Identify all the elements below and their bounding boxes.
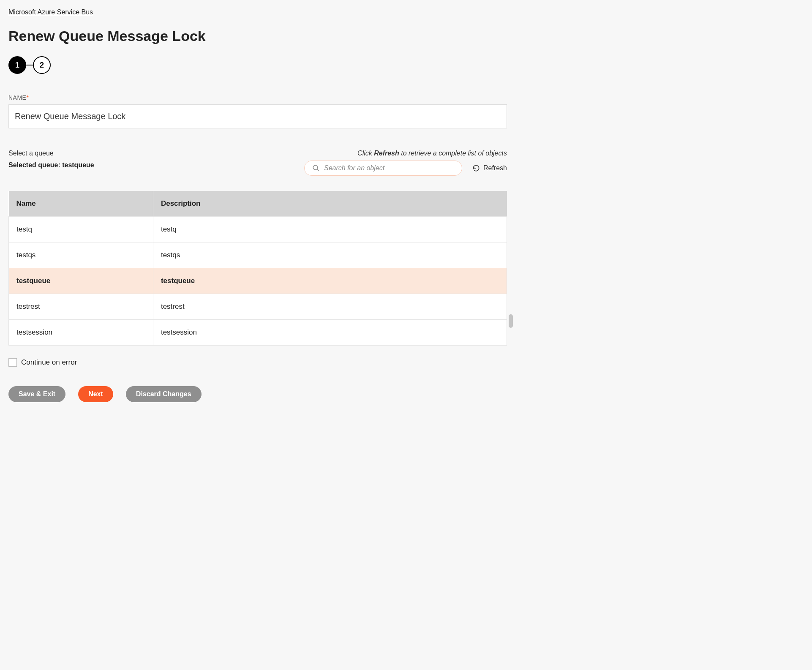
name-input[interactable] <box>8 104 507 128</box>
search-wrap[interactable] <box>304 161 462 176</box>
discard-changes-button[interactable]: Discard Changes <box>126 386 202 402</box>
cell-name: testqs <box>9 242 153 268</box>
cell-name: testq <box>9 217 153 242</box>
refresh-hint: Click Refresh to retrieve a complete lis… <box>304 150 507 157</box>
name-label: NAME* <box>8 94 507 101</box>
step-1[interactable]: 1 <box>8 56 26 74</box>
select-queue-label: Select a queue <box>8 150 94 157</box>
stepper: 1 2 <box>8 56 507 74</box>
breadcrumb-link[interactable]: Microsoft Azure Service Bus <box>8 8 93 16</box>
svg-line-1 <box>317 169 319 171</box>
cell-description: testqs <box>153 242 507 268</box>
cell-name: testrest <box>9 294 153 320</box>
table-row[interactable]: testqueuetestqueue <box>9 268 507 294</box>
cell-name: testqueue <box>9 268 153 294</box>
selected-queue: Selected queue: testqueue <box>8 161 94 169</box>
queue-table: Name Description testqtestqtestqstestqst… <box>8 191 507 346</box>
selected-queue-value: testqueue <box>62 161 94 169</box>
save-exit-button[interactable]: Save & Exit <box>8 386 65 402</box>
refresh-button[interactable]: Refresh <box>472 164 507 172</box>
cell-description: testsession <box>153 320 507 346</box>
refresh-hint-suffix: to retrieve a complete list of objects <box>399 150 507 157</box>
refresh-hint-bold: Refresh <box>374 150 399 157</box>
cell-description: testq <box>153 217 507 242</box>
continue-on-error-label: Continue on error <box>21 358 77 367</box>
required-asterisk: * <box>26 94 29 101</box>
scrollbar-thumb[interactable] <box>509 314 513 328</box>
refresh-label: Refresh <box>483 164 507 172</box>
scrollbar[interactable] <box>508 191 514 346</box>
col-header-name[interactable]: Name <box>9 191 153 217</box>
page-title: Renew Queue Message Lock <box>8 28 507 44</box>
table-row[interactable]: testqtestq <box>9 217 507 242</box>
step-connector <box>26 65 33 65</box>
next-button[interactable]: Next <box>78 386 113 402</box>
search-input[interactable] <box>324 164 454 172</box>
search-icon <box>312 164 320 172</box>
queue-table-wrap: Name Description testqtestqtestqstestqst… <box>8 191 507 346</box>
col-header-description[interactable]: Description <box>153 191 507 217</box>
cell-name: testsession <box>9 320 153 346</box>
table-row[interactable]: testqstestqs <box>9 242 507 268</box>
refresh-icon <box>472 164 480 172</box>
table-row[interactable]: testsessiontestsession <box>9 320 507 346</box>
step-2[interactable]: 2 <box>33 56 51 74</box>
cell-description: testrest <box>153 294 507 320</box>
table-row[interactable]: testresttestrest <box>9 294 507 320</box>
cell-description: testqueue <box>153 268 507 294</box>
name-label-text: NAME <box>8 94 26 101</box>
selected-queue-prefix: Selected queue: <box>8 161 62 169</box>
continue-on-error-checkbox[interactable] <box>8 358 17 367</box>
refresh-hint-prefix: Click <box>357 150 374 157</box>
svg-point-0 <box>313 165 318 170</box>
